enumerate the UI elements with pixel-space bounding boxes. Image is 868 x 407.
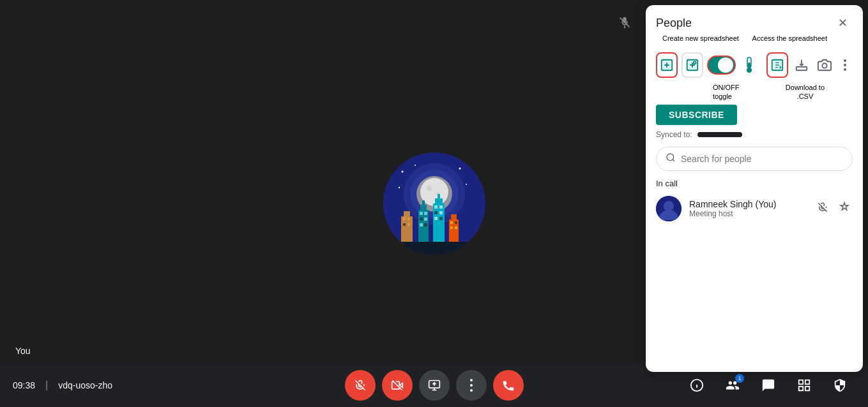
svg-rect-25	[420, 223, 423, 226]
svg-rect-18	[418, 210, 429, 245]
chat-button[interactable]	[753, 370, 784, 401]
annotation-create: Create new spreadsheet Access the spread…	[656, 34, 853, 47]
people-badge: 1	[735, 374, 744, 383]
synced-label: Synced to:	[656, 130, 692, 139]
svg-point-66	[747, 68, 752, 73]
svg-rect-34	[434, 217, 438, 220]
svg-point-50	[470, 389, 473, 392]
search-icon	[666, 152, 676, 165]
svg-point-71	[844, 64, 846, 66]
svg-rect-24	[424, 218, 427, 221]
on-off-toggle[interactable]	[707, 56, 736, 75]
screenshot-button[interactable]	[815, 54, 834, 77]
svg-rect-41	[455, 226, 457, 229]
download-csv-button[interactable]	[792, 54, 811, 77]
annotation-row2: ON/OFFtoggle Download to.CSV	[646, 83, 863, 102]
create-spreadsheet-annotation: Create new spreadsheet	[662, 34, 739, 42]
people-panel: People ✕ Create new spreadsheet Access t…	[646, 5, 863, 372]
toolbar-more-button[interactable]	[838, 54, 853, 77]
in-call-label: In call	[646, 176, 863, 191]
svg-rect-39	[455, 221, 457, 224]
svg-point-72	[844, 68, 846, 71]
participant-row: Ramneek Singh (You) Meeting host	[646, 191, 863, 226]
svg-point-69	[822, 63, 826, 68]
video-button[interactable]	[382, 370, 413, 401]
access-spreadsheet-button[interactable]	[766, 52, 788, 78]
svg-rect-22	[424, 212, 427, 215]
svg-rect-16	[403, 223, 406, 226]
svg-point-11	[398, 187, 399, 188]
svg-point-48	[470, 379, 473, 381]
svg-rect-38	[450, 221, 453, 224]
toolbar-row	[646, 47, 863, 83]
participant-role: Meeting host	[689, 209, 807, 218]
svg-point-73	[667, 154, 674, 161]
svg-rect-23	[420, 218, 423, 221]
svg-rect-30	[434, 205, 438, 209]
svg-rect-40	[450, 226, 453, 229]
svg-rect-29	[438, 194, 440, 200]
svg-rect-20	[422, 200, 425, 207]
svg-point-49	[470, 384, 473, 387]
svg-rect-56	[805, 387, 809, 390]
svg-rect-68	[796, 67, 807, 71]
people-button[interactable]: 1	[717, 370, 748, 401]
svg-rect-15	[407, 218, 410, 220]
user-avatar	[383, 152, 485, 255]
participant-actions	[814, 199, 853, 219]
access-spreadsheet-annotation: Access the spreadsheet	[752, 34, 827, 42]
present-button[interactable]	[419, 370, 450, 401]
search-container[interactable]	[656, 147, 853, 171]
svg-point-7	[401, 171, 403, 173]
svg-rect-33	[439, 211, 443, 214]
svg-rect-32	[434, 211, 438, 214]
svg-rect-35	[439, 217, 443, 220]
svg-rect-21	[420, 212, 423, 215]
mute-indicator-top	[618, 15, 632, 33]
participant-avatar	[656, 196, 681, 221]
svg-point-10	[466, 184, 467, 185]
video-area: You 09:38 | vdq-uoso-zho	[0, 0, 868, 407]
svg-point-76	[664, 201, 674, 211]
synced-row: Synced to:	[646, 129, 863, 144]
more-options-button[interactable]	[456, 370, 487, 401]
meeting-time: 09:38	[13, 380, 35, 390]
svg-rect-37	[451, 214, 457, 221]
mute-button[interactable]	[345, 370, 376, 401]
activities-button[interactable]	[789, 370, 819, 401]
svg-rect-14	[403, 218, 406, 220]
svg-point-5	[427, 186, 432, 191]
participant-info: Ramneek Singh (You) Meeting host	[689, 199, 807, 218]
close-panel-button[interactable]: ✕	[832, 13, 853, 33]
svg-rect-65	[748, 63, 750, 68]
svg-rect-42	[383, 242, 485, 255]
info-button[interactable]	[681, 370, 712, 401]
participant-mute-button[interactable]	[814, 199, 831, 219]
subscribe-button[interactable]: SUBSCRIBE	[656, 105, 737, 125]
svg-point-8	[459, 168, 461, 170]
search-input[interactable]	[681, 154, 843, 164]
sync-icon	[740, 54, 759, 77]
toggle-annotation: ON/OFFtoggle	[713, 83, 740, 101]
panel-header: People ✕	[646, 5, 863, 33]
add-to-spreadsheet-button[interactable]	[681, 52, 703, 78]
create-spreadsheet-button[interactable]	[656, 52, 678, 78]
safety-button[interactable]	[825, 370, 855, 401]
toggle-knob	[718, 57, 733, 73]
svg-rect-12	[401, 216, 413, 245]
meeting-info: 09:38 | vdq-uoso-zho	[13, 380, 294, 391]
svg-rect-53	[799, 380, 803, 384]
end-call-button[interactable]	[493, 370, 524, 401]
svg-rect-54	[805, 380, 809, 384]
synced-bar	[697, 132, 742, 137]
download-annotation: Download to.CSV	[786, 83, 825, 101]
svg-rect-31	[439, 205, 443, 209]
svg-rect-55	[799, 387, 803, 390]
side-buttons: 1	[574, 370, 855, 401]
panel-title: People	[656, 17, 692, 30]
svg-rect-27	[433, 204, 445, 245]
subscribe-row: SUBSCRIBE	[646, 102, 863, 129]
svg-point-70	[844, 59, 846, 62]
participant-pin-button[interactable]	[836, 199, 853, 219]
svg-line-74	[673, 159, 674, 161]
